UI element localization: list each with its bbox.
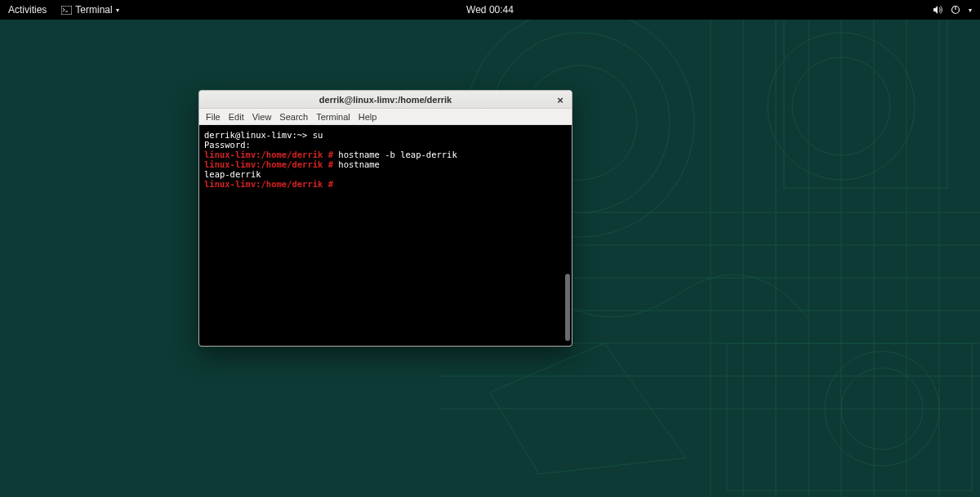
terminal-line: linux-limv:/home/derrik # hostname <box>204 159 567 169</box>
menu-file[interactable]: File <box>206 112 220 122</box>
active-app-menu[interactable]: Terminal ▾ <box>56 2 123 17</box>
chevron-down-icon: ▾ <box>116 7 119 14</box>
svg-marker-24 <box>490 343 686 474</box>
svg-rect-23 <box>727 343 972 490</box>
close-button[interactable]: × <box>554 93 567 106</box>
menu-terminal[interactable]: Terminal <box>316 112 350 122</box>
menubar: File Edit View Search Terminal Help <box>199 109 572 125</box>
svg-rect-22 <box>784 8 947 188</box>
menu-view[interactable]: View <box>252 112 272 122</box>
menu-edit[interactable]: Edit <box>229 112 244 122</box>
terminal-line: derrik@linux-limv:~> su <box>204 130 567 140</box>
terminal-output[interactable]: derrik@linux-limv:~> suPassword:linux-li… <box>199 125 572 346</box>
volume-icon[interactable] <box>933 5 942 15</box>
terminal-line: Password: <box>204 140 567 150</box>
terminal-line: linux-limv:/home/derrik # hostname -b le… <box>204 150 567 159</box>
svg-point-5 <box>825 351 939 466</box>
svg-point-4 <box>792 57 890 155</box>
terminal-window: derrik@linux-limv:/home/derrik × File Ed… <box>198 90 572 347</box>
terminal-line: linux-limv:/home/derrik # <box>204 179 567 189</box>
terminal-line: leap-derrik <box>204 169 567 179</box>
clock[interactable]: Wed 00:44 <box>466 4 514 16</box>
active-app-name: Terminal <box>75 4 112 16</box>
close-icon: × <box>557 94 564 106</box>
window-titlebar[interactable]: derrik@linux-limv:/home/derrik × <box>199 91 572 109</box>
terminal-scrollbar[interactable] <box>565 274 570 341</box>
svg-point-6 <box>841 368 923 450</box>
menu-search[interactable]: Search <box>279 112 308 122</box>
power-icon[interactable] <box>951 5 960 15</box>
menu-help[interactable]: Help <box>359 112 377 122</box>
terminal-icon <box>61 6 72 15</box>
svg-rect-25 <box>61 6 72 15</box>
window-title: derrik@linux-limv:/home/derrik <box>319 95 452 105</box>
activities-button[interactable]: Activities <box>8 4 47 16</box>
svg-point-3 <box>768 33 915 180</box>
system-menu-chevron-icon[interactable]: ▾ <box>969 7 972 14</box>
top-panel: Activities Terminal ▾ Wed 00:44 ▾ <box>0 0 980 20</box>
